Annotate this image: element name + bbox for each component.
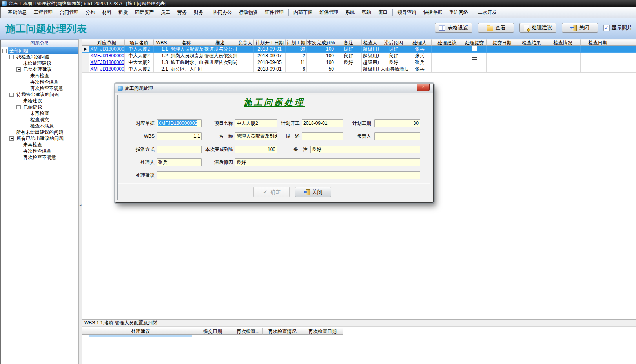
doc-field[interactable]: XMFJD180000002 (157, 119, 202, 127)
handle-suggestion-button[interactable]: 处理建议 (519, 23, 556, 33)
tree-item[interactable]: 未再检查 (1, 142, 78, 148)
menu-item[interactable]: 财务 (190, 7, 207, 17)
tree-item[interactable]: 已给处理建议 (1, 66, 78, 73)
column-header[interactable]: 项目名称 (125, 39, 154, 46)
document-link[interactable]: XMFJD180000002 (90, 53, 125, 58)
menu-item[interactable]: 内部车辆 (290, 7, 316, 17)
tree-item[interactable]: 所有已给出建议的问题 (1, 135, 78, 142)
expand-collapse-icon[interactable] (16, 105, 21, 109)
bottom-column-header[interactable]: 再次检查... (233, 328, 263, 335)
column-header[interactable]: 检查人 (362, 39, 379, 46)
dialog-titlebar[interactable]: 施工问题处理 (115, 84, 433, 93)
tree-item[interactable]: 再次检查不满意 (1, 85, 78, 91)
table-row[interactable]: ▶XMFJD180000002中大大厦21.1管理人员配置及到岗视进度与分公司2… (82, 46, 636, 53)
tree-item[interactable]: 已给建议 (1, 104, 78, 110)
assign-field[interactable] (157, 146, 202, 153)
column-header[interactable]: 对应单据 (89, 39, 125, 46)
ok-button[interactable]: 确定 (253, 187, 290, 197)
column-header[interactable]: 备注 (335, 39, 362, 46)
tree-item[interactable]: 我检查出的问题 (1, 54, 78, 60)
column-header[interactable]: 描述 (203, 39, 237, 46)
view-button[interactable]: 查看 (478, 23, 514, 33)
menu-item[interactable]: 领导查询 (394, 7, 420, 17)
column-header[interactable]: 滞后原因 (379, 39, 408, 46)
column-header[interactable]: 负责人 (237, 39, 254, 46)
bottom-column-header[interactable] (82, 328, 89, 335)
menu-item[interactable]: 劳务 (174, 7, 190, 17)
table-row[interactable]: XMFJD180000002中大大厦21.3施工临时水、电视进度依次到岗2018… (82, 59, 636, 66)
column-header[interactable]: 检查情况 (545, 39, 581, 46)
handler-field[interactable]: 张兵 (157, 158, 202, 166)
tree-item[interactable]: 再次检查满意 (1, 79, 78, 85)
menu-item[interactable]: 协同办公 (210, 7, 235, 17)
owner-field[interactable] (374, 132, 420, 140)
menu-item[interactable]: 帮助 (358, 7, 375, 17)
tree-item[interactable]: 全部问题 (1, 47, 78, 54)
tree-item[interactable]: 检查满意 (1, 116, 78, 123)
bottom-column-header[interactable]: 再次检查情况 (263, 328, 302, 335)
column-header[interactable]: 检查日期 (581, 39, 615, 46)
expand-collapse-icon[interactable] (16, 67, 21, 72)
table-row[interactable]: XMFJD180000002中大大厦22.1办公区、大门柱2018-09-016… (82, 66, 636, 73)
delay-field[interactable]: 良好 (235, 158, 420, 166)
column-header[interactable]: 计划工期 (286, 39, 307, 46)
tree-item[interactable]: 未给建议 (1, 98, 78, 104)
table-row[interactable]: XMFJD180000002中大大厦21.2到岗人员职责划分管理人员依次到岗20… (82, 53, 636, 59)
suggestion-field[interactable] (157, 171, 420, 179)
plan-duration-field[interactable]: 30 (374, 119, 420, 127)
column-header[interactable]: 本次完成到% (307, 39, 335, 46)
column-header[interactable] (82, 39, 89, 46)
menu-item[interactable]: 行政物资 (235, 7, 261, 17)
tree-item[interactable]: 所有未给出建议的问题 (1, 129, 78, 135)
tree-item[interactable]: 检查不满意 (1, 123, 78, 129)
expand-collapse-icon[interactable] (2, 49, 7, 53)
column-header[interactable]: 检查结果 (518, 39, 545, 46)
note-field[interactable]: 良好 (310, 146, 420, 153)
column-header[interactable]: WBS (154, 39, 169, 46)
document-link[interactable]: XMFJD180000002 (90, 66, 125, 72)
bottom-column-header[interactable]: 提交日期 (192, 328, 233, 335)
column-header[interactable]: 名称 (169, 39, 203, 46)
menu-item[interactable]: 基础信息 (4, 7, 30, 17)
column-header[interactable] (615, 39, 636, 46)
document-link[interactable]: XMFJD180000002 (90, 46, 125, 52)
row-checkbox[interactable] (472, 46, 477, 51)
row-checkbox[interactable] (472, 66, 477, 71)
menu-item[interactable]: 系统 (342, 7, 358, 17)
dialog-close-button[interactable]: × (417, 84, 430, 91)
collapse-arrow-icon[interactable]: ◄ (79, 204, 82, 207)
close-button[interactable]: 关闭 (562, 23, 598, 33)
document-link[interactable]: XMFJD180000002 (90, 60, 125, 65)
menu-item[interactable]: 二次开发 (474, 7, 500, 17)
bottom-column-header[interactable]: 处理建议 (89, 328, 192, 335)
bottom-column-header[interactable]: 再次检查日期 (302, 328, 343, 335)
expand-collapse-icon[interactable] (9, 136, 14, 141)
tree-item[interactable]: 未给处理建议 (1, 60, 78, 66)
column-header[interactable]: 计划开工日期 (254, 39, 286, 46)
menu-item[interactable]: 材料 (98, 7, 115, 17)
row-checkbox[interactable] (472, 53, 477, 58)
table-settings-button[interactable]: 表格设置 (435, 23, 472, 33)
row-checkbox[interactable] (472, 59, 477, 64)
menu-item[interactable]: 窗口 (375, 7, 391, 17)
tree-item[interactable]: 未再检查 (1, 73, 78, 79)
dialog-close-action-button[interactable]: 关闭 (295, 187, 331, 197)
tree-item[interactable]: 再次检查满意 (1, 148, 78, 154)
menu-item[interactable]: 固定资产 (131, 7, 157, 17)
menu-item[interactable]: 租赁 (115, 7, 131, 17)
menu-item[interactable]: 证件管理 (261, 7, 287, 17)
menu-item[interactable]: 重连网络 (446, 7, 472, 17)
tree-item[interactable]: 待我给出建议的问题 (1, 91, 78, 98)
column-header[interactable]: 处理人 (408, 39, 432, 46)
wbs-field[interactable]: 1.1 (157, 132, 202, 140)
column-header[interactable]: 提交日期 (487, 39, 518, 46)
column-header[interactable]: 处理建议 (432, 39, 463, 46)
tree-item[interactable]: 未再检查 (1, 110, 78, 116)
menu-item[interactable]: 分包 (82, 7, 98, 17)
menu-item[interactable]: 合同管理 (56, 7, 82, 17)
menu-item[interactable]: 维保管理 (316, 7, 342, 17)
menu-item[interactable]: 工程管理 (30, 7, 56, 17)
menu-item[interactable]: 快捷单据 (420, 7, 446, 17)
menu-item[interactable]: 员工 (157, 7, 174, 17)
tree-item[interactable]: 再次检查不满意 (1, 154, 78, 160)
